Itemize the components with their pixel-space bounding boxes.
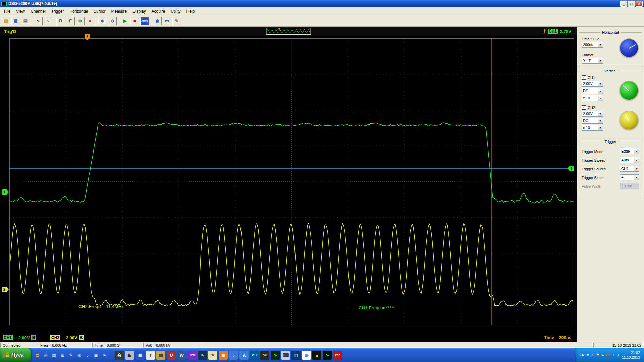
taskbar-app-icon[interactable]: W — [177, 351, 186, 360]
reference-button[interactable]: R — [56, 17, 65, 25]
taskbar-app-icon[interactable]: ♪ — [229, 351, 238, 360]
autoset-button[interactable]: AUTO — [140, 17, 149, 25]
menu-acquire[interactable]: Acquire — [149, 8, 168, 15]
taskbar-app-icon[interactable]: ▦ — [156, 351, 165, 360]
ch1-probe-select[interactable]: x 10 ▼ — [582, 95, 603, 101]
chevron-down-icon[interactable]: ▼ — [598, 111, 603, 116]
chevron-down-icon[interactable]: ▼ — [598, 58, 603, 63]
zoom-in-button[interactable]: ⊕ — [98, 17, 107, 25]
ch2-probe-select[interactable]: x 10 ▼ — [582, 125, 603, 131]
format-select[interactable]: Y - T ▼ — [582, 58, 603, 64]
trigger-slope-select[interactable]: + ▼ — [620, 174, 639, 180]
tray-icon[interactable]: ⚑ — [596, 353, 599, 357]
menu-measure[interactable]: Measure — [108, 8, 129, 15]
open-button[interactable]: ▨ — [2, 17, 10, 25]
taskbar-app-icon[interactable]: HEX — [187, 351, 197, 360]
chevron-down-icon[interactable]: ▼ — [634, 175, 639, 180]
close-tool-button[interactable]: × — [86, 17, 94, 25]
scope-screen[interactable]: CH2:Frequ = 11.4MHz CH1:Frequ = ***** — [9, 38, 574, 325]
record-button[interactable]: ◉ — [153, 17, 162, 25]
system-pointer-button[interactable]: ↖ — [44, 17, 52, 25]
clock[interactable]: 21:02 11.10.2013 — [622, 350, 640, 360]
menu-horizontal[interactable]: Horizontal — [67, 8, 90, 15]
ch1-volt-select[interactable]: 2.00V ▼ — [582, 81, 603, 87]
ch1-ground-marker[interactable]: 1 — [2, 189, 9, 195]
taskbar-app-icon[interactable]: ✎ — [208, 351, 217, 360]
taskbar-app-icon[interactable]: ◉ — [219, 351, 228, 360]
chevron-down-icon[interactable]: ▼ — [598, 42, 603, 47]
pointer-tool-button[interactable]: ↖ — [34, 17, 43, 25]
quicklaunch-icon[interactable]: ♪ — [84, 351, 91, 359]
quicklaunch-icon[interactable]: ◉ — [75, 351, 83, 359]
ch1-coupling-select[interactable]: DC ▼ — [582, 88, 603, 94]
language-indicator[interactable]: EN — [579, 353, 584, 357]
stop-acquisition-button[interactable]: ■ — [130, 17, 139, 25]
taskbar-app-icon[interactable]: ☠ — [115, 351, 124, 360]
menu-cursor[interactable]: Cursor — [91, 8, 108, 15]
taskbar-app-icon[interactable]: ▦ — [136, 351, 145, 360]
start-button[interactable]: Пуск — [0, 348, 31, 362]
taskbar-app-icon[interactable]: ⊓ — [291, 351, 301, 360]
menu-file[interactable]: File — [1, 8, 13, 15]
menu-view[interactable]: View — [13, 8, 28, 15]
taskbar-app-icon[interactable]: PDF — [333, 351, 342, 360]
horizontal-knob[interactable] — [620, 39, 638, 57]
taskbar-app-icon[interactable]: ▲ — [312, 351, 321, 360]
zoom-out-button[interactable]: ⊖ — [108, 17, 117, 25]
tray-icon[interactable]: ♪ — [613, 353, 615, 357]
tray-icon[interactable]: ▾ — [587, 353, 589, 357]
fft-button[interactable]: F — [66, 17, 75, 25]
waveform-preview[interactable] — [266, 28, 311, 35]
taskbar-app-icon[interactable]: C++ — [250, 351, 259, 360]
quicklaunch-icon[interactable]: ▦ — [50, 351, 58, 359]
quicklaunch-icon[interactable]: ∿ — [101, 351, 108, 359]
chevron-down-icon[interactable]: ▼ — [634, 166, 639, 171]
chevron-down-icon[interactable]: ▼ — [598, 125, 603, 130]
time-div-select[interactable]: 200ns ▼ — [582, 42, 603, 48]
settings-button[interactable]: ⊛ — [76, 17, 85, 25]
ch2-ground-marker[interactable]: 2 — [2, 287, 9, 292]
chevron-down-icon[interactable]: ▼ — [598, 81, 603, 86]
tray-icon[interactable]: ● — [617, 353, 620, 357]
minimize-button[interactable]: _ — [620, 1, 627, 7]
taskbar-app-icon[interactable]: FUN — [260, 351, 269, 360]
menu-channel[interactable]: Channel — [28, 8, 48, 15]
quicklaunch-icon[interactable]: ⊞ — [59, 351, 66, 359]
save-button[interactable]: ▦ — [11, 17, 20, 25]
taskbar-app-icon[interactable]: ∿ — [271, 351, 280, 360]
taskbar-app-icon[interactable]: ◉ — [302, 351, 311, 360]
ch1-position-knob[interactable] — [620, 81, 638, 100]
ch2-checkbox[interactable]: ✓ — [582, 105, 586, 110]
ch1-checkbox[interactable]: ✓ — [582, 75, 586, 80]
menu-help[interactable]: Help — [184, 8, 198, 15]
tray-icon[interactable]: × — [591, 353, 593, 357]
taskbar-app-icon[interactable]: ∿ — [323, 351, 332, 360]
ch2-position-knob[interactable] — [620, 111, 638, 129]
tray-icon[interactable]: ▸ — [602, 353, 604, 357]
start-acquisition-button[interactable]: ▶ — [121, 17, 129, 25]
menu-utility[interactable]: Utility — [168, 8, 183, 15]
ch2-coupling-select[interactable]: DC ▼ — [582, 118, 603, 124]
ch2-volt-select[interactable]: 2.00V ▼ — [582, 111, 603, 117]
menu-display[interactable]: Display — [130, 8, 148, 15]
trigger-sweep-select[interactable]: Auto ▼ — [620, 157, 639, 163]
chevron-down-icon[interactable]: ▼ — [598, 88, 603, 94]
trigger-source-select[interactable]: CH1 ▼ — [620, 166, 639, 172]
taskbar-app-icon[interactable]: ⌨ — [281, 351, 290, 360]
close-button[interactable]: × — [636, 1, 643, 7]
chevron-down-icon[interactable]: ▼ — [598, 95, 603, 101]
taskbar-app-icon[interactable]: T — [146, 351, 155, 360]
taskbar-app-icon[interactable]: A — [239, 351, 249, 360]
taskbar-app-icon[interactable]: ⊞ — [125, 351, 134, 360]
quicklaunch-icon[interactable]: ☠ — [42, 351, 49, 359]
quicklaunch-icon[interactable]: ✎ — [67, 351, 74, 359]
quicklaunch-icon[interactable]: ▣ — [92, 351, 100, 359]
display-mode-button[interactable]: ▭ — [163, 17, 171, 25]
restore-button[interactable]: □ — [628, 1, 635, 7]
chevron-down-icon[interactable]: ▼ — [634, 157, 639, 163]
pen-button[interactable]: ✎ — [172, 17, 181, 25]
quicklaunch-icon[interactable]: ▤ — [34, 351, 41, 359]
trigger-mode-select[interactable]: Edge ▼ — [620, 148, 639, 154]
taskbar-app-icon[interactable]: U — [167, 351, 176, 360]
print-button[interactable]: ▤ — [21, 17, 30, 25]
